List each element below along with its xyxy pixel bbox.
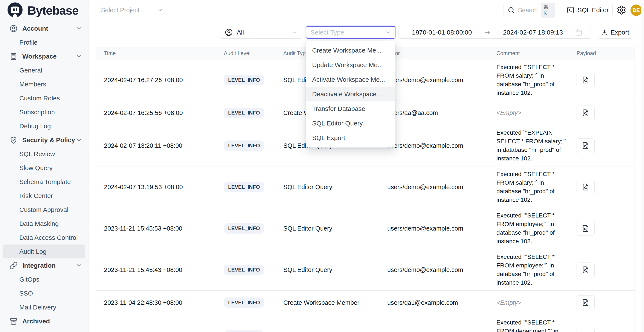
project-select[interactable]: Select Project [96,4,168,16]
sidebar-item-schema-template[interactable]: Schema Template [0,175,88,189]
search-input[interactable]: Search ⌘ K [504,4,558,16]
sidebar-item-label: Audit Log [19,248,46,255]
audit-level-badge: LEVEL_INFO [224,75,264,85]
audit-actor: users/demo@example.com [387,225,496,232]
sidebar-item-custom-roles[interactable]: Custom Roles [0,91,88,105]
export-label: Export [610,29,629,36]
avatar[interactable]: DE [630,4,642,16]
settings-gear-icon[interactable] [616,5,626,15]
brand-logo[interactable]: Bytebase [0,0,88,18]
sidebar-section-archived[interactable]: Archived [0,314,88,328]
sidebar-section-workspace[interactable]: Workspace [0,49,88,63]
sidebar-item-subscription[interactable]: Subscription [0,105,88,119]
sidebar-item-profile[interactable]: Profile [0,35,88,49]
sidebar-item-sql-review[interactable]: SQL Review [0,147,88,161]
audit-time: 2024-02-07 13:19:53 +08:00 [104,183,224,191]
type-option-transfer-database[interactable]: Transfer Database [306,101,395,116]
sidebar-section-label: Archived [22,318,50,325]
audit-actor: users/demo@example.com [387,266,496,273]
type-option-activate-workspace-me[interactable]: Activate Workspace Me... [306,72,395,87]
type-option-sql-export[interactable]: SQL Export [306,131,395,145]
sidebar-section-label: Integration [22,262,56,269]
payload-view-button[interactable] [576,73,594,87]
audit-comment: Executed `"SELECT * FROM department;"` i… [496,315,567,332]
chevron-down-icon [385,29,391,35]
audit-level-badge: LEVEL_INFO [224,265,264,275]
payload-view-button[interactable] [576,106,594,120]
user-circle-icon [225,28,233,36]
sidebar-section-account[interactable]: Account [0,21,88,35]
date-from: 1970-01-01 08:00:00 [412,29,472,36]
payload-view-button[interactable] [576,263,594,277]
audit-actor: users/demo@example.com [387,183,496,191]
payload-view-button[interactable] [576,328,594,332]
sidebar-item-data-access-control[interactable]: Data Access Control [0,231,88,244]
sidebar-item-slow-query[interactable]: Slow Query [0,161,88,175]
audit-actor: users/demo@example.com [387,77,496,84]
sidebar-section-label: Security & Policy [22,136,75,144]
chevron-down-icon [76,262,82,269]
type-option-update-workspace-me[interactable]: Update Workspace Me... [306,58,395,72]
shield-check-icon [10,136,18,144]
audit-level-badge: LEVEL_INFO [224,223,264,234]
sidebar-item-data-masking[interactable]: Data Masking [0,217,88,231]
payload-view-button[interactable] [576,138,594,153]
sidebar-item-debug-log[interactable]: Debug Log [0,119,88,133]
bytebase-logo-icon [6,2,24,19]
chevron-down-icon [157,7,163,13]
sidebar-item-label: Risk Center [19,192,53,199]
chevron-down-icon [292,29,298,35]
archive-icon [10,317,18,325]
audit-level-badge: LEVEL_INFO [224,182,264,192]
audit-comment: Executed `"SELECT * FROM salary;"` in da… [496,59,567,101]
page-scrollbar[interactable] [641,0,644,332]
sidebar-item-mail-delivery[interactable]: Mail Delivery [0,300,88,314]
type-option-deactivate-workspace[interactable]: Deactivate Workspace ... [306,87,395,101]
payload-view-button[interactable] [576,180,594,194]
audit-level-badge: LEVEL_INFO [224,298,264,308]
sidebar-section-security-policy[interactable]: Security & Policy [0,133,88,147]
sidebar-item-audit-log[interactable]: Audit Log [2,244,85,258]
audit-time: 2023-11-21 15:45:53 +08:00 [104,225,224,232]
payload-view-button[interactable] [576,221,594,236]
brand-name: Bytebase [28,3,78,17]
sidebar-item-label: Mail Delivery [19,304,56,311]
sidebar-item-sso[interactable]: SSO [0,286,88,300]
audit-comment: Executed `"SELECT * FROM employee;"` in … [496,249,567,290]
file-search-icon [582,266,590,274]
audit-actor: users/aa@aa.com [387,109,496,117]
search-shortcut-kbd: ⌘ K [541,2,555,17]
sidebar-item-general[interactable]: General [0,63,88,77]
sidebar-item-label: Data Access Control [19,234,78,241]
export-button[interactable]: Export [598,26,632,39]
sidebar-section-label: Workspace [22,53,57,60]
sql-editor-button[interactable]: SQL Editor [563,4,613,16]
chevron-down-icon [76,53,82,60]
date-range-picker[interactable]: 1970-01-01 08:00:00 2024-02-07 18:09:13 [398,26,591,39]
sidebar-item-members[interactable]: Members [0,77,88,91]
sidebar-item-risk-center[interactable]: Risk Center [0,189,88,203]
payload-view-button[interactable] [576,295,594,310]
topbar: Select Project Search ⌘ K SQL Editor DE [88,0,641,20]
audit-time: 2024-02-07 16:25:56 +08:00 [104,109,224,117]
sidebar-item-custom-approval[interactable]: Custom Approval [0,203,88,217]
audit-comment: <Empty> [496,105,567,121]
sidebar-item-label: Schema Template [19,178,71,185]
table-row: 2023-11-21 15:45:43 +08:00LEVEL_INFOSQL … [96,249,634,291]
audit-type: SQL Editor Query [283,225,387,232]
type-option-create-workspace-me[interactable]: Create Workspace Me... [306,43,395,58]
sidebar-item-gitops[interactable]: GitOps [0,272,88,286]
actor-filter-select[interactable]: All [220,26,302,39]
sidebar-item-label: Data Masking [19,220,59,227]
sidebar-item-label: Profile [19,39,38,46]
type-filter-select[interactable]: Select Type [306,26,396,39]
sidebar-section-integration[interactable]: Integration [0,258,88,272]
sidebar-section-label: Account [22,25,48,32]
audit-type: Create Workspace Member [283,299,387,306]
audit-actor: users/demo@example.com [387,142,496,149]
type-option-sql-editor-query[interactable]: SQL Editor Query [306,116,395,131]
type-filter-dropdown-menu: Create Workspace Me...Update Workspace M… [306,41,396,148]
audit-comment: Executed `"SELECT * FROM employee;"` in … [496,208,567,249]
sidebar-item-label: Custom Roles [19,95,60,102]
col-comment: Comment [496,50,576,56]
